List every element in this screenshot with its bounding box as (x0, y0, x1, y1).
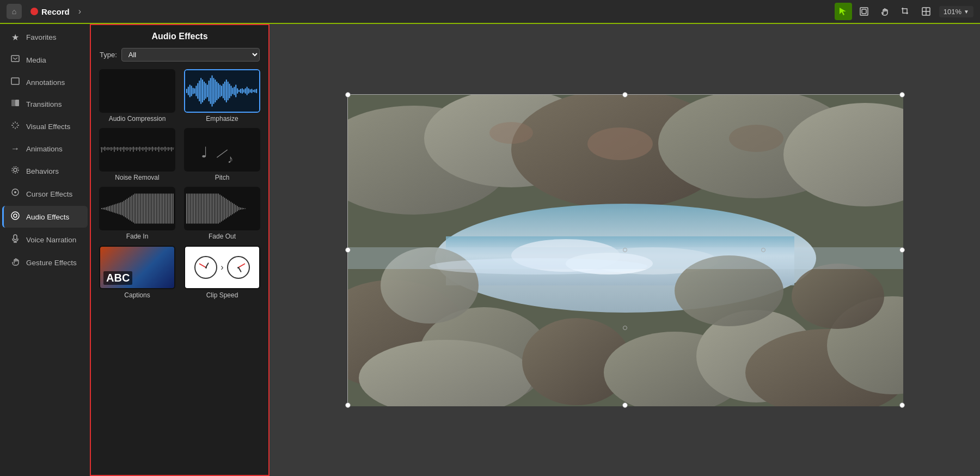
center-dot-bottom (623, 326, 627, 330)
svg-rect-165 (193, 193, 193, 223)
svg-rect-164 (191, 193, 192, 223)
record-dot (30, 8, 38, 15)
effect-emphasize[interactable]: Emphasize (182, 69, 262, 123)
svg-rect-66 (101, 147, 102, 152)
handle-top-left[interactable] (345, 92, 351, 97)
effect-label-pitch: Pitch (215, 174, 230, 181)
svg-rect-21 (188, 87, 189, 95)
svg-rect-48 (231, 86, 232, 96)
audio-effects-panel: Audio Effects Type: All EQ Dynamics Spac… (90, 24, 270, 476)
svg-rect-33 (207, 85, 208, 97)
svg-rect-187 (228, 200, 228, 217)
sidebar-item-animations[interactable]: → Animations (2, 138, 88, 159)
svg-rect-98 (152, 147, 152, 151)
svg-rect-49 (232, 88, 233, 94)
top-bar: ⌂ Record › 101% ▼ (0, 0, 980, 24)
svg-rect-166 (194, 193, 195, 223)
effect-label-audio-compression: Audio Compression (109, 115, 166, 123)
handle-top-center[interactable] (622, 92, 628, 97)
cursor-effects-icon (10, 188, 21, 199)
svg-rect-162 (188, 193, 188, 223)
hand-tool-button[interactable] (876, 3, 893, 20)
svg-rect-64 (256, 89, 257, 93)
toolbar-tools (835, 3, 935, 20)
svg-rect-75 (115, 148, 116, 150)
effect-thumb-noise-removal (99, 128, 175, 172)
svg-rect-161 (186, 193, 187, 223)
svg-rect-192 (235, 205, 236, 212)
sidebar-label-annotations: Annotations (26, 78, 65, 87)
breadcrumb-chevron: › (78, 7, 81, 16)
svg-point-11 (12, 167, 19, 173)
sidebar-item-voice-narration[interactable]: Voice Narration (2, 229, 88, 251)
sidebar-item-transitions[interactable]: Transitions (2, 94, 88, 114)
animations-icon: → (10, 144, 21, 154)
select-tool-button[interactable] (855, 3, 873, 20)
sidebar-item-annotations[interactable]: Annotations (2, 72, 88, 93)
home-button[interactable]: ⌂ (7, 4, 22, 19)
cursor-tool-button[interactable] (835, 3, 852, 20)
svg-rect-184 (223, 197, 223, 221)
svg-rect-37 (213, 78, 214, 104)
effect-fade-out[interactable]: Fade Out (182, 187, 262, 240)
svg-rect-20 (186, 89, 187, 93)
type-select[interactable]: All EQ Dynamics Space (121, 48, 260, 62)
effect-fade-in[interactable]: Fade In (97, 187, 177, 240)
svg-rect-147 (152, 193, 152, 223)
sidebar-label-behaviors: Behaviors (26, 167, 59, 175)
svg-rect-78 (120, 147, 121, 151)
svg-point-13 (14, 191, 16, 193)
handle-middle-right[interactable] (899, 247, 905, 253)
svg-rect-31 (204, 82, 205, 100)
effect-audio-compression[interactable]: for(let i=0;i<70;i++){ const x=i*2+1, h=… (97, 69, 177, 123)
video-frame[interactable] (347, 94, 903, 406)
sidebar-label-gesture-effects: Gesture Effects (26, 259, 77, 267)
record-label: Record (41, 7, 70, 16)
handle-top-right[interactable] (899, 92, 905, 97)
svg-rect-2 (862, 9, 866, 14)
svg-rect-121 (111, 205, 111, 211)
handle-bottom-center[interactable] (622, 402, 628, 408)
handle-bottom-right[interactable] (899, 402, 905, 408)
effect-noise-removal[interactable]: Noise Removal (97, 128, 177, 181)
sidebar-label-favorites: Favorites (26, 33, 57, 41)
sidebar-item-media[interactable]: Media (2, 49, 88, 71)
effect-pitch[interactable]: ♩ ♪ Pitch (182, 128, 262, 181)
zoom-control[interactable]: 101% ▼ (939, 6, 973, 17)
crop-tool-button[interactable] (897, 3, 914, 20)
effect-captions[interactable]: ABC Captions (97, 246, 177, 299)
annotate-tool-button[interactable] (917, 3, 935, 20)
handle-middle-left[interactable] (345, 247, 351, 253)
sidebar-item-gesture-effects[interactable]: Gesture Effects (2, 252, 88, 273)
svg-rect-46 (228, 82, 229, 100)
svg-rect-24 (193, 88, 194, 94)
svg-rect-119 (108, 206, 108, 211)
svg-rect-79 (122, 148, 122, 150)
svg-rect-167 (195, 193, 196, 223)
main-content: ★ Favorites Media Annotations Transition… (0, 24, 980, 476)
svg-rect-123 (114, 204, 114, 212)
svg-rect-6 (11, 56, 19, 62)
svg-line-113 (217, 150, 227, 157)
svg-rect-180 (216, 193, 217, 223)
gesture-effects-icon (10, 257, 21, 268)
captions-abc-text: ABC (103, 271, 132, 285)
sidebar-item-audio-effects[interactable]: Audio Effects (2, 206, 88, 228)
sidebar-item-cursor-effects[interactable]: Cursor Effects (2, 183, 88, 205)
svg-rect-175 (209, 193, 209, 223)
center-dot-right (761, 248, 765, 252)
svg-rect-109 (169, 148, 170, 150)
svg-rect-195 (240, 208, 241, 210)
handle-bottom-left[interactable] (345, 402, 351, 408)
svg-point-10 (14, 168, 17, 172)
svg-point-222 (430, 258, 647, 274)
sidebar-item-favorites[interactable]: ★ Favorites (2, 27, 88, 48)
sidebar-item-visual-effects[interactable]: Visual Effects (2, 115, 88, 137)
effect-thumb-clip-speed: › (184, 246, 260, 289)
svg-rect-87 (134, 148, 135, 150)
svg-rect-197 (243, 208, 244, 209)
svg-point-15 (14, 214, 17, 217)
sidebar-item-behaviors[interactable]: Behaviors (2, 160, 88, 182)
svg-rect-186 (226, 199, 226, 218)
effect-clip-speed[interactable]: › Clip Speed (182, 246, 262, 299)
